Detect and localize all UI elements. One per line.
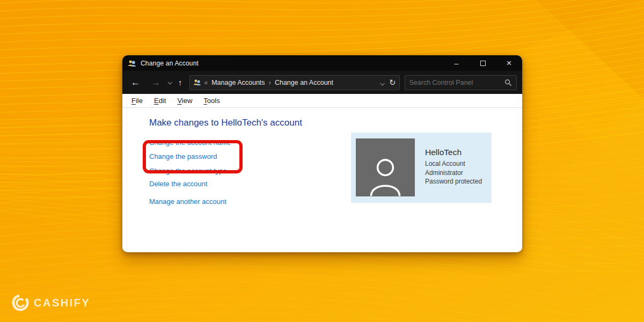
account-name: HelloTech	[425, 148, 482, 157]
link-delete-account[interactable]: Delete the account	[149, 180, 207, 188]
chevron-down-icon	[167, 80, 172, 84]
address-dropdown-icon[interactable]	[380, 78, 384, 87]
forward-button[interactable]: →	[151, 78, 160, 87]
window-controls: – ×	[443, 55, 522, 71]
account-role-label: Administrator	[425, 169, 482, 178]
breadcrumb-overflow-chevron[interactable]: «	[204, 79, 208, 86]
menu-item-edit[interactable]: Edit	[152, 97, 167, 105]
avatar	[356, 138, 415, 196]
navigation-bar: ← → ↑ « Manage Accounts › Change an Acco…	[122, 71, 522, 94]
cashify-logo: CASHIFY	[11, 293, 90, 312]
menu-bar: File Edit View Tools	[122, 94, 522, 108]
account-info: HelloTech Local Account Administrator Pa…	[415, 138, 482, 203]
change-account-window: Change an Account – × ← → ↑ « Manage Acc…	[122, 55, 522, 252]
menu-item-file[interactable]: File	[130, 97, 144, 105]
user-accounts-icon	[128, 60, 136, 67]
link-manage-another-account[interactable]: Manage another account	[149, 197, 226, 206]
minimize-button[interactable]: –	[443, 55, 470, 71]
search-icon[interactable]	[504, 79, 512, 86]
menu-item-tools[interactable]: Tools	[202, 97, 221, 105]
up-button[interactable]: ↑	[178, 78, 182, 86]
account-password-label: Password protected	[425, 177, 482, 186]
search-input[interactable]	[409, 79, 505, 86]
back-button[interactable]: ←	[131, 78, 140, 87]
user-accounts-icon	[193, 79, 201, 86]
cashify-logo-text: CASHIFY	[34, 297, 90, 309]
refresh-icon[interactable]: ↻	[389, 78, 396, 87]
maximize-icon	[480, 61, 486, 66]
maximize-button[interactable]	[470, 55, 496, 71]
red-highlight-box	[143, 140, 243, 173]
account-type-label: Local Account	[425, 159, 482, 169]
close-button[interactable]: ×	[496, 55, 522, 71]
search-box[interactable]	[405, 75, 517, 90]
menu-item-view[interactable]: View	[175, 97, 194, 105]
content-area: Make changes to HelloTech's account Chan…	[122, 108, 522, 252]
chevron-down-icon	[380, 81, 384, 85]
recent-pages-dropdown-icon[interactable]	[168, 81, 171, 84]
breadcrumb-change-an-account[interactable]: Change an Account	[275, 79, 333, 86]
window-titlebar: Change an Account – ×	[122, 55, 522, 71]
breadcrumb-separator-icon: ›	[269, 78, 271, 86]
breadcrumb-manage-accounts[interactable]: Manage Accounts	[211, 79, 265, 86]
window-title: Change an Account	[141, 60, 443, 67]
cashify-logo-icon	[11, 293, 30, 312]
address-bar[interactable]: « Manage Accounts › Change an Account ↻	[189, 75, 400, 90]
page-title: Make changes to HelloTech's account	[149, 118, 302, 128]
account-summary-card: HelloTech Local Account Administrator Pa…	[351, 133, 492, 203]
